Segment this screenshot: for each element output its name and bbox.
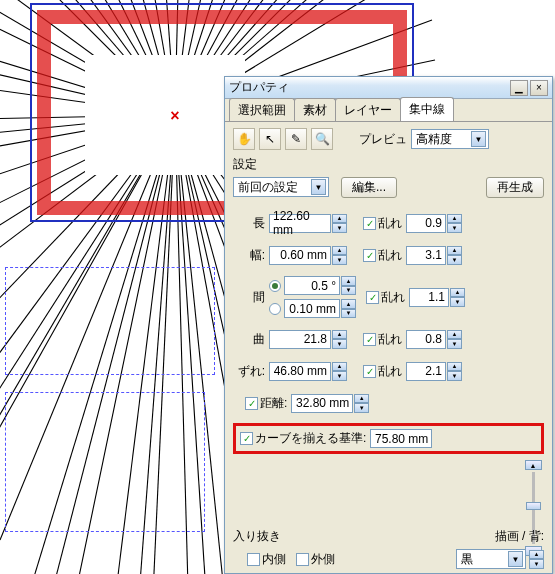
width-label: 幅:	[233, 247, 269, 264]
slider-up-icon[interactable]: ▲	[525, 460, 542, 470]
shift-rand-checkbox[interactable]: ✓	[363, 365, 376, 378]
gap-rand-checkbox[interactable]: ✓	[366, 291, 379, 304]
panel-title: プロパティ	[229, 79, 508, 96]
gap-degree-input[interactable]: 0.5 °	[284, 276, 340, 295]
gap-rand-stepper[interactable]: ▲▼	[450, 288, 465, 307]
inner-checkbox[interactable]: ✓	[247, 553, 260, 566]
close-button[interactable]: ×	[530, 80, 548, 96]
shift-stepper[interactable]: ▲▼	[332, 362, 347, 381]
gap-mm-radio[interactable]	[269, 303, 281, 315]
tab-selection[interactable]: 選択範囲	[229, 98, 295, 121]
length-label: 長	[233, 215, 269, 232]
magnifier-tool-icon[interactable]: 🔍	[311, 128, 333, 150]
length-input[interactable]: 122.60 mm	[269, 214, 331, 233]
chevron-down-icon: ▼	[471, 131, 486, 147]
outer-checkbox[interactable]: ✓	[296, 553, 309, 566]
highlighted-row: ✓カーブを揃える基準: 75.80 mm	[233, 423, 544, 454]
preview-mode-select[interactable]: 高精度▼	[411, 129, 489, 149]
length-stepper[interactable]: ▲▼	[332, 214, 347, 233]
gap-mm-stepper[interactable]: ▲▼	[341, 299, 356, 318]
curve-input[interactable]: 21.8	[269, 330, 331, 349]
curve-rand-input[interactable]: 0.8	[406, 330, 446, 349]
width-rand-checkbox[interactable]: ✓	[363, 249, 376, 262]
shift-rand-stepper[interactable]: ▲▼	[447, 362, 462, 381]
hand-tool-icon[interactable]: ✋	[233, 128, 255, 150]
width-input[interactable]: 0.60 mm	[269, 246, 331, 265]
gap-label: 間	[233, 289, 269, 306]
arrow-tool-icon[interactable]: ↖	[259, 128, 281, 150]
preview-label: プレビュ	[359, 131, 407, 148]
chevron-down-icon: ▼	[311, 179, 326, 195]
selection-box	[5, 267, 215, 375]
tab-body: ✋ ↖ ✎ 🔍 プレビュ 高精度▼ 設定 前回の設定▼ 編集... 再生成 長 …	[225, 121, 552, 573]
curve-label: 曲	[233, 331, 269, 348]
gap-rand-input[interactable]: 1.1	[409, 288, 449, 307]
titlebar[interactable]: プロパティ ▁ ×	[225, 77, 552, 99]
tab-bar: 選択範囲 素材 レイヤー 集中線	[225, 99, 552, 121]
slider-thumb[interactable]	[526, 502, 541, 510]
shift-rand-input[interactable]: 2.1	[406, 362, 446, 381]
width-rand-stepper[interactable]: ▲▼	[447, 246, 462, 265]
align-input[interactable]: 75.80 mm	[370, 429, 432, 448]
gap-degree-radio[interactable]	[269, 280, 281, 292]
tab-layer[interactable]: レイヤー	[335, 98, 401, 121]
shift-label: ずれ:	[233, 363, 269, 380]
curve-rand-checkbox[interactable]: ✓	[363, 333, 376, 346]
distance-input[interactable]: 32.80 mm	[291, 394, 353, 413]
cutout-label: 入り抜き	[233, 528, 281, 545]
length-rand-input[interactable]: 0.9	[406, 214, 446, 233]
curve-rand-stepper[interactable]: ▲▼	[447, 330, 462, 349]
width-rand-input[interactable]: 3.1	[406, 246, 446, 265]
regenerate-button[interactable]: 再生成	[486, 177, 544, 198]
align-label: カーブを揃える基準:	[255, 430, 366, 447]
prev-setting-select[interactable]: 前回の設定▼	[233, 177, 329, 197]
color-stepper[interactable]: ▲▼	[529, 550, 544, 569]
center-cross-icon: ×	[167, 108, 183, 124]
minimize-button[interactable]: ▁	[510, 80, 528, 96]
length-rand-stepper[interactable]: ▲▼	[447, 214, 462, 233]
distance-checkbox[interactable]: ✓	[245, 397, 258, 410]
setting-label: 設定	[233, 156, 544, 173]
distance-stepper[interactable]: ▲▼	[354, 394, 369, 413]
width-stepper[interactable]: ▲▼	[332, 246, 347, 265]
shift-input[interactable]: 46.80 mm	[269, 362, 331, 381]
length-rand-checkbox[interactable]: ✓	[363, 217, 376, 230]
align-checkbox[interactable]: ✓	[240, 432, 253, 445]
distance-label: 距離:	[260, 395, 287, 412]
tab-material[interactable]: 素材	[294, 98, 336, 121]
tab-focusline[interactable]: 集中線	[400, 97, 454, 121]
chevron-down-icon: ▼	[508, 551, 523, 567]
color-select[interactable]: 黒▼	[456, 549, 526, 569]
gap-mm-input[interactable]: 0.10 mm	[284, 299, 340, 318]
gap-degree-stepper[interactable]: ▲▼	[341, 276, 356, 295]
draw-label: 描画 / 背:	[495, 528, 544, 545]
selection-box	[5, 392, 205, 532]
properties-panel: プロパティ ▁ × 選択範囲 素材 レイヤー 集中線 ✋ ↖ ✎ 🔍 プレビュ …	[224, 76, 553, 574]
curve-stepper[interactable]: ▲▼	[332, 330, 347, 349]
pencil-tool-icon[interactable]: ✎	[285, 128, 307, 150]
edit-button[interactable]: 編集...	[341, 177, 397, 198]
